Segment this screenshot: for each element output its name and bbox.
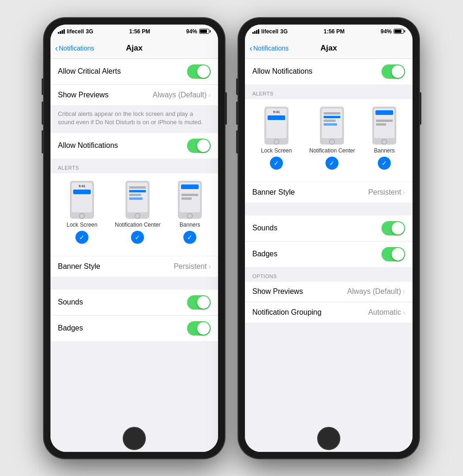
allow-critical-row[interactable]: Allow Critical Alerts	[50, 59, 218, 85]
banners-check-1[interactable]: ✓	[183, 231, 196, 244]
banners-item-2[interactable]: Banners ✓	[372, 107, 396, 170]
battery-tip-1	[210, 30, 211, 32]
show-previews-row[interactable]: Show Previews Always (Default) ›	[50, 85, 218, 105]
nc-item-2[interactable]: Notification Center ✓	[309, 107, 355, 170]
badges-row-1[interactable]: Badges	[50, 316, 218, 341]
vol-up	[42, 102, 44, 125]
nc-icon-2	[320, 107, 344, 145]
sounds-row-2[interactable]: Sounds	[245, 216, 413, 241]
phone-2-screen: lifecell 3G 1:56 PM 94% ‹	[245, 25, 413, 452]
banner-style-row-2[interactable]: Banner Style Persistent ›	[245, 182, 413, 203]
allow-notifications-partial[interactable]: Allow Notifications	[245, 59, 413, 84]
banners-item-1[interactable]: Banners ✓	[178, 181, 202, 244]
show-previews-text: Always (Default)	[153, 91, 206, 99]
vol-buttons	[42, 102, 44, 153]
nc-line-blue-2	[129, 197, 143, 200]
allow-critical-toggle[interactable]	[187, 64, 211, 79]
allow-notifications-toggle[interactable]	[187, 139, 211, 153]
banners-screen-1	[180, 183, 200, 212]
home-button-2[interactable]	[317, 427, 340, 450]
lock-screen-label-1: Lock Screen	[67, 222, 98, 228]
nc-check-1[interactable]: ✓	[131, 231, 144, 244]
signal-bars-1	[58, 29, 65, 34]
banners-icon-2	[372, 107, 396, 145]
home-button-1[interactable]	[123, 427, 146, 450]
options-header: OPTIONS	[245, 267, 413, 282]
nc-screen-2	[322, 108, 342, 138]
sounds-toggle-2[interactable]	[382, 221, 405, 235]
banner-style-row-1[interactable]: Banner Style Persistent ›	[50, 256, 218, 277]
chevron-1: ›	[208, 91, 211, 99]
banner-nc-lines	[180, 190, 200, 203]
lock-screen-item-2[interactable]: 9:41 Lock Screen ✓	[261, 107, 292, 170]
badges-row-2[interactable]: Badges	[245, 241, 413, 267]
lock-screen-icon-1: 9:41	[70, 181, 94, 219]
lock-screen-check-2[interactable]: ✓	[270, 157, 283, 170]
status-left-2: lifecell 3G	[252, 28, 288, 35]
nc-line-3	[324, 112, 340, 114]
alerts-header-2: ALERTS	[245, 84, 413, 99]
nc-icon-1	[125, 181, 150, 219]
nc-item-1[interactable]: Notification Center ✓	[115, 181, 161, 244]
sounds-row-1[interactable]: Sounds	[50, 290, 218, 316]
show-previews-label: Show Previews	[58, 91, 108, 99]
banner-nc-lines-2	[374, 116, 394, 129]
banner-style-label-2: Banner Style	[252, 188, 295, 197]
bar4	[63, 29, 65, 34]
show-previews-text-2: Always (Default)	[347, 287, 401, 296]
banner-style-text-1: Persistent	[174, 262, 206, 271]
badges-label-2: Badges	[252, 250, 277, 258]
nc-home-2	[329, 139, 335, 145]
lock-screen-check-1[interactable]: ✓	[75, 231, 88, 244]
chevron-2: ›	[208, 263, 211, 270]
chevron-4: ›	[403, 288, 405, 295]
notif-grouping-row[interactable]: Notification Grouping Automatic ›	[245, 302, 413, 323]
banners-home	[187, 213, 193, 219]
lock-screen-item-1[interactable]: 9:41 Lock Screen ✓	[67, 181, 98, 244]
phone-1-screen: lifecell 3G 1:56 PM 94% ‹	[50, 25, 218, 452]
banners-label-1: Banners	[180, 222, 200, 228]
nc-line-blue-3	[324, 116, 340, 118]
badges-label-1: Badges	[58, 324, 83, 332]
lock-screen-icon-2: 9:41	[264, 107, 288, 145]
status-right-1: 94%	[186, 28, 211, 35]
sounds-toggle-1[interactable]	[187, 295, 211, 310]
content-1: Allow Critical Alerts Show Previews Alwa…	[50, 59, 218, 452]
bar2	[60, 31, 61, 34]
sounds-thumb-2	[392, 222, 404, 235]
nc-check-2[interactable]: ✓	[325, 157, 338, 170]
lock-notif-2	[268, 115, 285, 120]
phone-2: lifecell 3G 1:56 PM 94% ‹	[238, 18, 419, 458]
badges-toggle-1[interactable]	[187, 321, 211, 336]
time-1: 1:56 PM	[129, 28, 150, 35]
show-previews-row-2[interactable]: Show Previews Always (Default) ›	[245, 282, 413, 302]
banner-style-text-2: Persistent	[368, 188, 401, 197]
back-label-1: Notifications	[59, 44, 94, 52]
bar3	[62, 30, 63, 34]
banners-check-2[interactable]: ✓	[378, 157, 391, 170]
alerts-icons-section-1: 9:41 Lock Screen ✓	[50, 173, 218, 256]
lock-notif	[73, 190, 91, 194]
vol-buttons-2	[236, 102, 238, 153]
notif-grouping-label: Notification Grouping	[252, 308, 321, 317]
badges-thumb	[197, 322, 210, 335]
toggle-thumb-p	[392, 65, 404, 78]
vol-down	[42, 130, 44, 153]
banner-style-value-2: Persistent ›	[368, 188, 405, 197]
back-arrow-1: ‹	[55, 44, 58, 53]
nc-line-2	[129, 194, 141, 196]
badges-toggle-2[interactable]	[382, 247, 405, 261]
allow-notifications-toggle-2[interactable]	[382, 64, 405, 79]
banner-style-value-1: Persistent ›	[174, 262, 211, 271]
battery-body-1	[199, 29, 209, 34]
alert-icons-row-1: 9:41 Lock Screen ✓	[58, 181, 211, 244]
nc-lines-2	[322, 108, 342, 129]
allow-notifications-row[interactable]: Allow Notifications	[50, 133, 218, 159]
lock-screen-screen-2: 9:41	[266, 108, 287, 138]
nc-home	[135, 213, 140, 219]
alert-icons-row-2: 9:41 Lock Screen ✓	[252, 107, 405, 170]
back-button-1[interactable]: ‹ Notifications	[55, 44, 94, 53]
vol-down-2	[236, 130, 238, 153]
chevron-5: ›	[403, 309, 405, 316]
back-button-2[interactable]: ‹ Notifications	[250, 44, 288, 53]
